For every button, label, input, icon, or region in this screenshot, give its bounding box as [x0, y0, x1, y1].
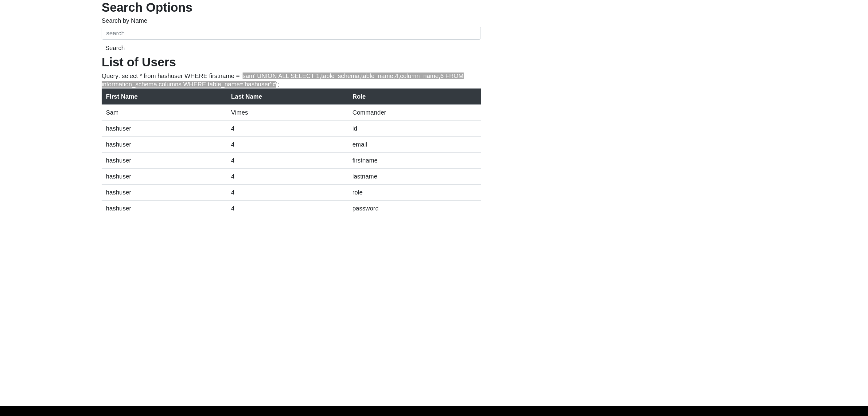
cell-last-name: 4 [227, 169, 348, 185]
header-last-name: Last Name [227, 89, 348, 105]
header-role: Role [348, 89, 481, 105]
cell-last-name: 4 [227, 153, 348, 169]
query-prefix: Query: select * from hashuser WHERE firs… [102, 72, 243, 79]
cell-first-name: hashuser [102, 169, 227, 185]
search-input[interactable] [102, 27, 481, 40]
cell-first-name: Sam [102, 105, 227, 121]
table-row: hashuser4lastname [102, 169, 481, 185]
table-row: hashuser4role [102, 185, 481, 201]
cell-role: lastname [348, 169, 481, 185]
table-row: hashuser4email [102, 137, 481, 153]
cell-last-name: 4 [227, 121, 348, 137]
cell-role: password [348, 201, 481, 217]
cell-role: firstname [348, 153, 481, 169]
cell-last-name: 4 [227, 201, 348, 217]
cell-first-name: hashuser [102, 201, 227, 217]
cell-first-name: hashuser [102, 137, 227, 153]
list-of-users-heading: List of Users [102, 55, 481, 69]
cell-last-name: 4 [227, 185, 348, 201]
cell-first-name: hashuser [102, 153, 227, 169]
cell-role: id [348, 121, 481, 137]
table-row: hashuser4firstname [102, 153, 481, 169]
search-by-name-label: Search by Name [102, 17, 481, 24]
cell-role: email [348, 137, 481, 153]
search-options-heading: Search Options [102, 0, 481, 15]
table-row: hashuser4id [102, 121, 481, 137]
cell-first-name: hashuser [102, 121, 227, 137]
table-row: SamVimesCommander [102, 105, 481, 121]
cell-last-name: 4 [227, 137, 348, 153]
header-first-name: First Name [102, 89, 227, 105]
users-table: First Name Last Name Role SamVimesComman… [102, 88, 481, 216]
table-header-row: First Name Last Name Role [102, 89, 481, 105]
cell-first-name: hashuser [102, 185, 227, 201]
query-text: Query: select * from hashuser WHERE firs… [102, 72, 481, 88]
search-button[interactable]: Search [102, 43, 128, 54]
cell-last-name: Vimes [227, 105, 348, 121]
query-suffix: '; [276, 81, 279, 88]
cell-role: Commander [348, 105, 481, 121]
table-row: hashuser4password [102, 201, 481, 217]
cell-role: role [348, 185, 481, 201]
